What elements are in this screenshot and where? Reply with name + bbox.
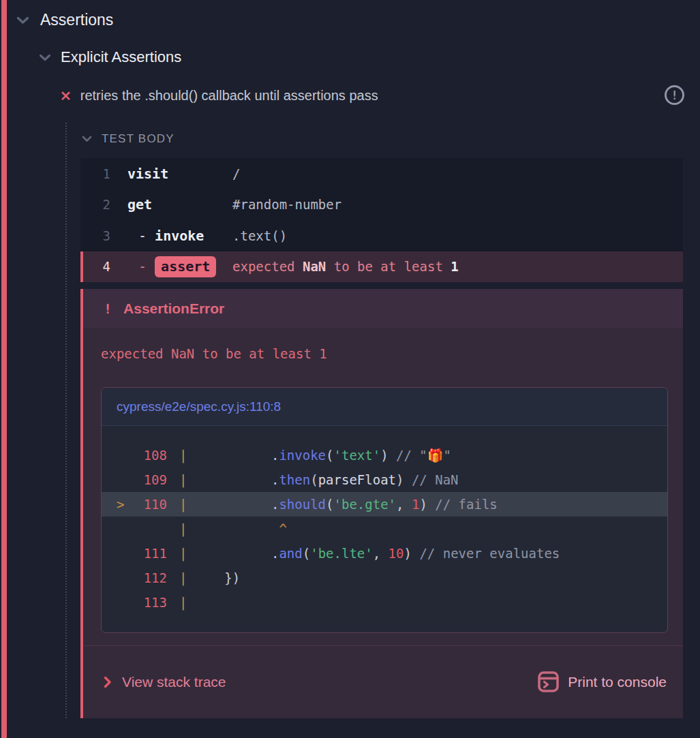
command-message: #random-number bbox=[232, 197, 341, 212]
code-line-109: 109| .then(parseFloat) // NaN bbox=[102, 467, 667, 492]
test-indent-guide bbox=[65, 123, 67, 718]
gutter-pipe: | bbox=[179, 546, 187, 561]
failed-test-left-bar bbox=[1, 0, 7, 738]
print-to-console-button[interactable]: Print to console bbox=[538, 671, 667, 692]
suite-explicit-assertions[interactable]: Explicit Assertions bbox=[39, 48, 181, 66]
line-number: 112 bbox=[134, 570, 167, 585]
code-line-110-failing: >110| .should('be.gte', 1) // fails bbox=[102, 492, 667, 517]
assertion-error-panel: ! AssertionError expected NaN to be at l… bbox=[80, 289, 683, 718]
console-icon bbox=[538, 671, 559, 692]
assert-badge: assert bbox=[155, 256, 216, 277]
test-body-label: TEST BODY bbox=[102, 132, 174, 146]
gutter-pipe: | bbox=[179, 497, 187, 512]
gutter-pipe: | bbox=[179, 472, 187, 487]
alert-exclamation: ! bbox=[671, 89, 678, 102]
gutter-pipe: | bbox=[179, 448, 187, 463]
code-line-caret: | ^ bbox=[102, 517, 667, 541]
alert-circle-icon[interactable]: ! bbox=[665, 85, 684, 105]
code-line-111: 111| .and('be.lte', 10) // never evaluat… bbox=[102, 541, 667, 566]
line-number: 110 bbox=[134, 497, 167, 512]
suite-title: Assertions bbox=[40, 11, 113, 29]
child-command-dash: - bbox=[127, 228, 155, 244]
assert-message: expected NaN to be at least 1 bbox=[232, 259, 459, 274]
command-number: 3 bbox=[83, 228, 110, 243]
view-stack-trace-button[interactable]: View stack trace bbox=[104, 674, 226, 690]
error-caret: ^ bbox=[279, 521, 286, 536]
error-bang-icon: ! bbox=[104, 301, 112, 317]
command-name: get bbox=[127, 196, 232, 213]
code-frame: cypress/e2e/spec.cy.js:110:8 108| .invok… bbox=[101, 387, 668, 633]
suite-assertions[interactable]: Assertions bbox=[16, 11, 113, 29]
failing-line-marker: > bbox=[117, 497, 134, 512]
command-row-visit[interactable]: 1 visit / bbox=[80, 158, 683, 189]
gutter-pipe: | bbox=[179, 570, 187, 585]
assert-expected-value: 1 bbox=[451, 259, 458, 274]
reporter-panel: Assertions Explicit Assertions ✕ retries… bbox=[0, 0, 700, 738]
command-number: 2 bbox=[83, 197, 110, 212]
line-number: 109 bbox=[134, 472, 167, 487]
error-name: AssertionError bbox=[123, 301, 224, 317]
line-number: 108 bbox=[134, 448, 167, 463]
command-row-assert-failed[interactable]: 4 - assert expected NaN to be at least 1 bbox=[80, 251, 683, 283]
gutter-pipe: | bbox=[179, 595, 187, 610]
suite-title: Explicit Assertions bbox=[61, 48, 181, 66]
chevron-right-icon bbox=[104, 676, 112, 688]
command-number: 4 bbox=[83, 259, 110, 274]
child-command-dash: - bbox=[127, 258, 155, 275]
print-to-console-label: Print to console bbox=[568, 674, 667, 690]
command-name: visit bbox=[127, 166, 232, 182]
code-frame-file-link[interactable]: cypress/e2e/spec.cy.js:110:8 bbox=[117, 399, 281, 414]
test-title-row[interactable]: ✕ retries the .should() callback until a… bbox=[60, 88, 378, 104]
test-title: retries the .should() callback until ass… bbox=[80, 88, 378, 104]
code-line-113: 113| bbox=[102, 590, 667, 615]
error-footer: View stack trace Print to console bbox=[83, 646, 683, 718]
command-message: / bbox=[232, 166, 240, 181]
command-message: .text() bbox=[232, 228, 287, 243]
assert-actual-value: NaN bbox=[303, 259, 326, 274]
error-message: expected NaN to be at least 1 bbox=[101, 345, 683, 362]
command-row-invoke[interactable]: 3 - invoke .text() bbox=[80, 220, 683, 251]
view-stack-trace-label: View stack trace bbox=[122, 674, 226, 690]
test-failed-x-icon: ✕ bbox=[60, 89, 72, 103]
command-name-text: invoke bbox=[155, 228, 204, 244]
chevron-down-icon bbox=[39, 54, 51, 61]
code-line-112: 112| }) bbox=[102, 566, 667, 590]
command-name: - assert bbox=[127, 258, 232, 275]
command-row-get[interactable]: 2 get #random-number bbox=[80, 189, 683, 221]
line-number: 111 bbox=[134, 546, 167, 561]
chevron-down-icon bbox=[82, 136, 92, 142]
code-frame-header: cypress/e2e/spec.cy.js:110:8 bbox=[102, 388, 667, 426]
command-log: 1 visit / 2 get #random-number 3 - invok… bbox=[80, 158, 683, 282]
code-frame-body: 108| .invoke('text') // "🎁" 109| .then(p… bbox=[102, 426, 667, 632]
chevron-down-icon bbox=[16, 16, 29, 25]
test-body-header[interactable]: TEST BODY bbox=[82, 132, 174, 146]
line-number: 113 bbox=[134, 595, 167, 610]
code-line-108: 108| .invoke('text') // "🎁" bbox=[102, 443, 667, 467]
gutter-pipe: | bbox=[179, 521, 187, 536]
command-name: - invoke bbox=[127, 228, 232, 244]
command-number: 1 bbox=[83, 166, 110, 181]
error-header: ! AssertionError bbox=[83, 289, 683, 328]
